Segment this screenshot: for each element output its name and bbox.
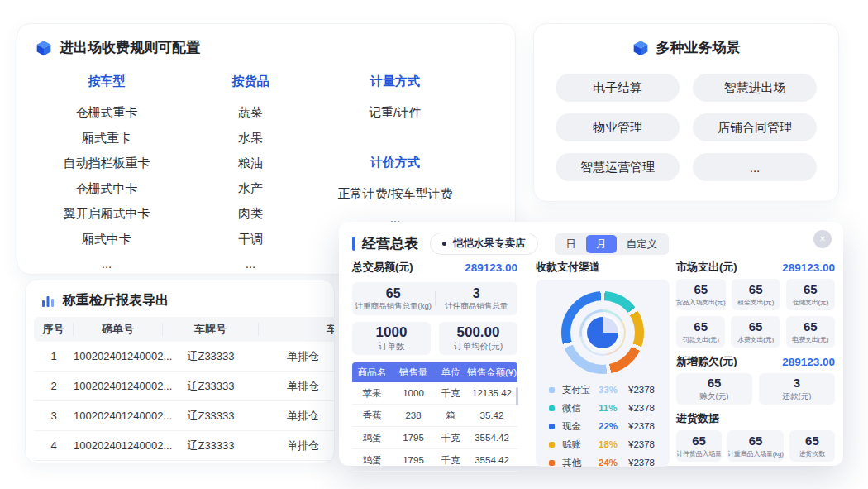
order-average-box: 500.00 订单均价(元): [439, 322, 517, 355]
vehicle-type-column: 按车型 仓栅式重卡 厢式重卡 自动挡栏板重卡 仓栅式中卡 翼开启厢式中卡 厢式中…: [26, 74, 188, 277]
purchase-data-label: 进货数据: [676, 411, 719, 426]
table-row: 3 100202401240002... 辽Z33333 单排仓: [34, 401, 335, 431]
cell-qty: 1795: [392, 433, 435, 443]
table-scrollbar[interactable]: [516, 387, 518, 405]
weigh-report-header: 称重检斤报表导出: [26, 280, 334, 309]
col-header-product: 商品名: [352, 367, 392, 379]
weighed-sales-value: 65: [386, 286, 401, 301]
col-header-unit: 单位: [435, 367, 466, 379]
product-table-header-row: 商品名 销售量 单位 销售金额(¥): [352, 362, 517, 382]
summary-body: 总交易额(元) 289123.00 65 计重商品销售总量(kg) 3 计件商品…: [339, 255, 843, 472]
period-tabs: 日 月 自定义: [555, 233, 670, 255]
scenario-button-contract[interactable]: 店铺合同管理: [693, 113, 817, 141]
order-average-label: 订单均价(元): [454, 341, 503, 352]
cell-plate: 辽Z33333: [163, 349, 259, 364]
store-selector[interactable]: 恺恺水果专卖店: [430, 233, 538, 255]
table-row: 2 100202401240002... 辽Z33333 单排仓: [34, 372, 335, 401]
scenario-button-settlement[interactable]: 电子结算: [556, 74, 680, 102]
cell-vehicle-type: 单排仓: [259, 409, 335, 424]
cell-amount: 3554.42: [466, 433, 517, 443]
summary-title: 经营总表: [362, 234, 418, 253]
weighed-sales-label: 计重商品销售总量(kg): [355, 301, 432, 312]
legend-item-credit: 赊账 18% ¥2378: [549, 435, 656, 453]
cell-product: 鸡蛋: [352, 454, 392, 467]
summary-header: 经营总表 恺恺水果专卖店 日 月 自定义: [339, 222, 843, 255]
order-count-box: 1000 订单数: [352, 322, 431, 355]
vehicle-item: 自动挡栏板重卡: [26, 151, 188, 176]
cell-amount: 3554.42: [466, 455, 517, 465]
cell-vehicle-type: 单排仓: [259, 379, 335, 394]
cell-plate: 辽Z33333: [163, 439, 259, 453]
cell-vehicle-type: 单排仓: [259, 439, 335, 453]
table-row: 鸡蛋 1795 千克 3554.42: [352, 427, 517, 449]
goods-column: 按货品 蔬菜 水果 粮油 水产 肉类 干调 ...: [176, 74, 325, 277]
summary-left-column: 总交易额(元) 289123.00 65 计重商品销售总量(kg) 3 计件商品…: [352, 255, 517, 472]
cell-product: 香蕉: [352, 410, 392, 422]
order-count-value: 1000: [376, 324, 408, 341]
legend-item-wechat: 微信 11% ¥2378: [549, 399, 656, 417]
tab-day[interactable]: 日: [556, 235, 587, 253]
payment-channels-title: 收款支付渠道: [536, 260, 600, 275]
scenario-button-entry-exit[interactable]: 智慧进出场: [693, 74, 817, 102]
vehicle-item: 仓栅式中卡: [26, 176, 188, 202]
payment-chart-panel: 支付宝 33% ¥2378 微信 11% ¥2378 现金 22%: [536, 280, 670, 467]
store-dot-icon: [442, 242, 446, 246]
table-row: 1 100202401240002... 辽Z33333 单排仓: [34, 342, 335, 372]
cube-icon: [36, 40, 52, 56]
market-expense-label: 市场支出(元): [676, 260, 737, 275]
sales-totals-box: 65 计重商品销售总量(kg) 3 计件商品销售总量: [352, 282, 517, 315]
payment-donut-chart: [561, 291, 644, 374]
cell-index: 3: [34, 410, 74, 422]
measure-pricing-column: 计量方式 记重/计件 计价方式 正常计费/按车型计费 ...: [312, 74, 478, 232]
cell-qty: 1000: [392, 388, 435, 398]
col-header-amount: 销售金额(¥): [466, 367, 517, 379]
cell-qty: 1795: [392, 455, 435, 465]
cell-vehicle-type: 单排仓: [259, 349, 335, 364]
col-header-qty: 销售量: [392, 367, 435, 379]
order-average-value: 500.00: [457, 324, 500, 341]
counted-sales-value: 3: [473, 286, 480, 301]
goods-item: 蔬菜: [176, 100, 325, 126]
goods-item-more: ...: [176, 252, 325, 277]
legend-item-cash: 现金 22% ¥2378: [549, 417, 656, 435]
cell-amount: 35.42: [466, 410, 517, 420]
goods-item: 水果: [176, 126, 325, 151]
col-header-plate: 车牌号: [163, 323, 259, 336]
payment-channels-column: 收款支付渠道 支付宝 33% ¥2378: [536, 255, 670, 472]
swatch-icon: [549, 460, 555, 466]
business-scenarios-card: 多种业务场景 电子结算 智慧进出场 物业管理 店铺合同管理 智慧运营管理 ...: [533, 23, 839, 202]
table-row: 4 100202401240002... 辽Z33333 单排仓: [34, 431, 335, 461]
vehicle-item: 厢式重卡: [26, 126, 188, 151]
cell-index: 4: [34, 439, 74, 452]
vehicle-item: 仓栅式重卡: [26, 100, 188, 126]
market-expense-value: 289123.00: [782, 261, 835, 274]
tab-month[interactable]: 月: [586, 235, 617, 253]
scenario-button-more[interactable]: ...: [693, 153, 817, 181]
weigh-report-table: 序号 磅单号 车牌号 车型 1 100202401240002... 辽Z333…: [34, 317, 335, 461]
fee-rules-title: 进出场收费规则可配置: [60, 38, 200, 57]
title-accent-bar: [352, 237, 355, 251]
table-row: 苹果 1000 千克 12135.42: [352, 382, 517, 405]
store-name: 恺恺水果专卖店: [453, 237, 526, 251]
cell-index: 1: [34, 350, 74, 362]
new-credit-value: 289123.00: [782, 356, 835, 368]
cube-icon: [632, 40, 649, 56]
counted-sales-label: 计件商品销售总量: [445, 301, 508, 312]
scenario-button-operation[interactable]: 智慧运营管理: [556, 153, 680, 181]
legend-item-other: 其他 24% ¥2378: [549, 453, 656, 472]
swatch-icon: [549, 387, 555, 393]
weigh-report-title: 称重检斤报表导出: [63, 292, 169, 309]
goods-item: 干调: [176, 227, 325, 252]
credit-boxes: 65赊欠(元) 3还款(元): [676, 373, 835, 405]
tab-custom[interactable]: 自定义: [617, 235, 668, 253]
cell-plate: 辽Z33333: [163, 379, 259, 394]
swatch-icon: [549, 424, 555, 429]
cell-product: 苹果: [352, 387, 392, 400]
swatch-icon: [549, 405, 555, 411]
cell-ticket: 100202401240002...: [74, 380, 163, 392]
close-icon[interactable]: ×: [813, 230, 832, 248]
scenarios-title: 多种业务场景: [656, 38, 741, 57]
vehicle-item: 翼开启厢式中卡: [26, 201, 188, 227]
cell-unit: 箱: [435, 410, 466, 422]
scenario-button-property[interactable]: 物业管理: [556, 113, 680, 141]
